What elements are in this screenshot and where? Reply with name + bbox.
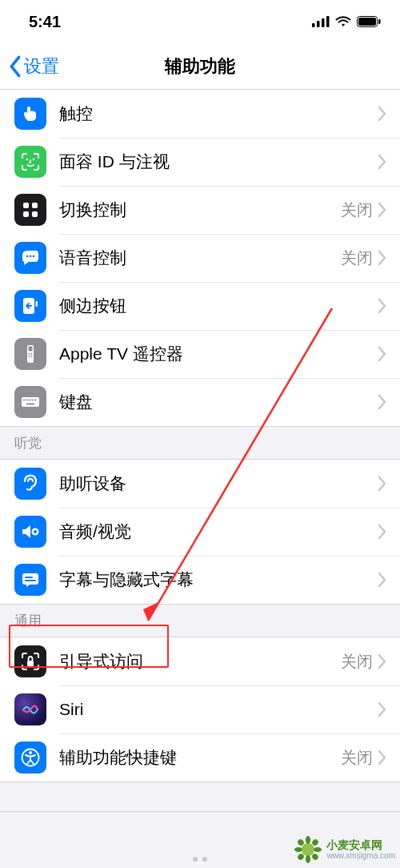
wifi-icon [335,16,351,27]
svg-point-15 [33,255,35,258]
faceid-icon [14,146,46,178]
row-hearing-devices[interactable]: 助听设备 [0,460,400,508]
svg-rect-9 [23,203,29,208]
svg-point-43 [306,836,310,844]
row-value: 关闭 [341,247,373,269]
svg-point-45 [294,847,302,852]
row-label: 触控 [59,102,378,125]
status-time: 5:41 [29,13,61,31]
svg-point-46 [314,847,322,852]
svg-rect-17 [36,301,38,307]
svg-point-14 [30,255,32,258]
row-keyboard[interactable]: 键盘 [0,378,400,426]
watermark: 小麦安卓网 www.xmsigma.com [294,836,395,863]
row-label: Siri [59,700,378,719]
list-section-1: 助听设备 音频/视觉 字幕与隐藏式字幕 [0,460,400,604]
svg-point-8 [33,159,35,161]
svg-rect-33 [22,573,38,585]
svg-rect-36 [27,661,34,666]
row-touch[interactable]: 触控 [0,90,400,138]
svg-point-22 [29,356,30,357]
side-button-icon [14,290,46,322]
watermark-logo-icon [294,836,322,863]
svg-rect-25 [23,400,25,401]
svg-rect-6 [378,19,381,24]
svg-rect-0 [312,23,315,27]
svg-rect-29 [34,400,36,401]
watermark-site: www.xmsigma.com [326,851,395,860]
row-label: 音频/视觉 [59,520,378,543]
svg-point-32 [34,530,37,533]
row-accessibility-shortcut[interactable]: 辅助功能快捷键 关闭 [0,733,400,782]
keyboard-icon [14,386,46,418]
svg-rect-1 [317,21,320,27]
row-side-button[interactable]: 侧边按钮 [0,282,400,330]
svg-rect-5 [358,18,376,26]
svg-rect-28 [32,400,34,401]
row-label: 助听设备 [59,472,378,495]
chevron-right-icon [378,476,387,492]
row-siri[interactable]: Siri [0,685,400,733]
nav-bar: 设置 辅助功能 [0,43,400,90]
chevron-right-icon [378,346,387,362]
home-indicator [193,857,207,862]
section-gap-end [0,782,400,812]
row-voice-control[interactable]: 语音控制 关闭 [0,234,400,282]
svg-point-39 [29,751,32,754]
row-label: 切换控制 [59,199,341,221]
chevron-left-icon [8,55,22,78]
row-audio-visual[interactable]: 音频/视觉 [0,508,400,556]
watermark-brand: 小麦安卓网 [326,839,395,851]
row-label: 引导式访问 [59,650,341,673]
battery-icon [357,16,381,27]
svg-rect-12 [32,211,38,217]
row-label: 键盘 [59,391,378,413]
chevron-right-icon [378,298,387,314]
svg-rect-35 [25,580,36,581]
guided-access-icon [14,645,46,677]
switch-control-icon [14,194,46,226]
row-faceid[interactable]: 面容 ID 与注视 [0,138,400,186]
audio-visual-icon [14,516,46,548]
row-guided-access[interactable]: 引导式访问 关闭 [0,637,400,685]
voice-control-icon [14,242,46,274]
status-bar: 5:41 [0,0,400,43]
row-subtitles[interactable]: 字幕与隐藏式字幕 [0,556,400,604]
chevron-right-icon [378,202,387,218]
row-label: 侧边按钮 [59,295,378,317]
svg-rect-27 [29,400,30,401]
back-button[interactable]: 设置 [0,54,59,78]
svg-rect-30 [26,404,34,405]
status-right [312,16,381,27]
chevron-right-icon [378,394,387,410]
row-label: 辅助功能快捷键 [59,746,341,769]
chevron-right-icon [378,749,387,766]
list-section-2: 引导式访问 关闭 Siri 辅助功能快捷键 关闭 [0,637,400,782]
row-switch-control[interactable]: 切换控制 关闭 [0,186,400,234]
svg-point-20 [29,353,30,355]
row-label: 语音控制 [59,247,341,269]
hearing-icon [14,468,46,500]
apple-tv-remote-icon [14,338,46,370]
chevron-right-icon [378,154,387,170]
chevron-right-icon [378,524,387,540]
svg-rect-11 [23,211,29,217]
accessibility-shortcut-icon [14,741,46,774]
svg-rect-3 [326,16,330,27]
section-header-hearing: 听觉 [0,426,400,460]
svg-point-21 [31,353,33,355]
page-title: 辅助功能 [0,54,400,78]
chevron-right-icon [378,701,387,717]
back-label: 设置 [24,54,59,78]
svg-rect-19 [29,347,33,352]
row-label: 字幕与隐藏式字幕 [59,569,378,591]
subtitles-icon [14,564,46,596]
svg-point-44 [306,855,310,863]
row-label: Apple TV 遥控器 [59,343,378,365]
svg-rect-10 [32,203,38,208]
chevron-right-icon [378,653,387,669]
row-apple-tv-remote[interactable]: Apple TV 遥控器 [0,330,400,378]
svg-rect-2 [322,18,325,27]
row-value: 关闭 [341,199,373,221]
chevron-right-icon [378,572,387,588]
